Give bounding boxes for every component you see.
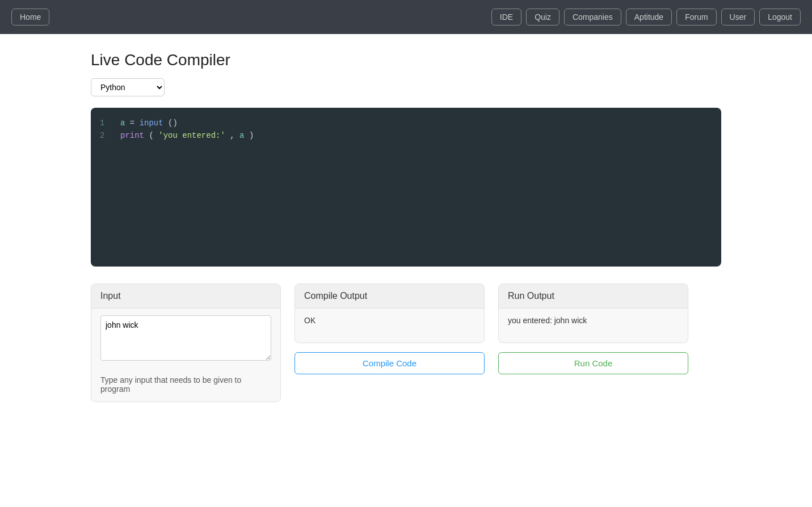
quiz-button[interactable]: Quiz (526, 9, 559, 26)
navbar-left: Home (11, 9, 49, 26)
language-selector[interactable]: Python C C++ Java JavaScript (91, 78, 165, 96)
token-paren-close: ) (249, 131, 254, 140)
token-comma: , (230, 131, 234, 140)
token-paren-open: ( (149, 131, 153, 140)
token-assign: = (130, 119, 140, 128)
token-string: 'you entered:' (158, 131, 225, 140)
code-content-2: print ( 'you entered:' , a ) (120, 129, 254, 142)
compile-code-button[interactable]: Compile Code (294, 352, 485, 374)
run-panel-wrapper: Run Output you entered: john wick Run Co… (498, 284, 688, 374)
run-panel-header: Run Output (499, 284, 688, 309)
input-panel-hint: Type any input that needs to be given to… (91, 370, 280, 402)
token-var-a2: a (239, 131, 244, 140)
input-textarea[interactable]: john wick (100, 315, 271, 361)
token-var-a: a (120, 119, 125, 128)
input-panel-header: Input (91, 284, 280, 309)
compile-button-area: Compile Code (294, 352, 485, 374)
input-panel: Input john wick Type any input that need… (91, 284, 281, 402)
page-title: Live Code Compiler (91, 51, 721, 69)
forum-button[interactable]: Forum (676, 9, 716, 26)
run-output-body: you entered: john wick (499, 309, 688, 343)
token-func-input: input (140, 119, 163, 128)
logout-button[interactable]: Logout (759, 9, 801, 26)
code-line-1: 1 a = input () (91, 117, 721, 129)
companies-button[interactable]: Companies (564, 9, 621, 26)
home-button[interactable]: Home (11, 9, 49, 26)
panels: Input john wick Type any input that need… (91, 284, 721, 402)
run-output-text: you entered: john wick (508, 314, 587, 327)
compile-output-text: OK (304, 314, 315, 327)
run-panel: Run Output you entered: john wick (498, 284, 688, 343)
code-content-1: a = input () (120, 117, 178, 129)
line-number-1: 1 (100, 117, 113, 129)
line-number-2: 2 (100, 129, 113, 142)
token-keyword-print: print (120, 131, 144, 140)
token-paren-1: () (168, 119, 178, 128)
ide-button[interactable]: IDE (491, 9, 521, 26)
run-code-button[interactable]: Run Code (498, 352, 688, 374)
compile-output-body: OK (295, 309, 484, 343)
code-line-2: 2 print ( 'you entered:' , a ) (91, 129, 721, 142)
input-panel-body: john wick (91, 309, 280, 370)
navbar-right: IDE Quiz Companies Aptitude Forum User L… (491, 9, 801, 26)
run-button-area: Run Code (498, 352, 688, 374)
compile-panel-header: Compile Output (295, 284, 484, 309)
navbar: Home IDE Quiz Companies Aptitude Forum U… (0, 0, 812, 34)
aptitude-button[interactable]: Aptitude (626, 9, 672, 26)
compile-panel-wrapper: Compile Output OK Compile Code (294, 284, 485, 374)
main-content: Live Code Compiler Python C C++ Java Jav… (0, 34, 812, 419)
user-button[interactable]: User (721, 9, 755, 26)
code-editor[interactable]: 1 a = input () 2 print ( 'you entered:' … (91, 108, 721, 267)
compile-panel: Compile Output OK (294, 284, 485, 343)
